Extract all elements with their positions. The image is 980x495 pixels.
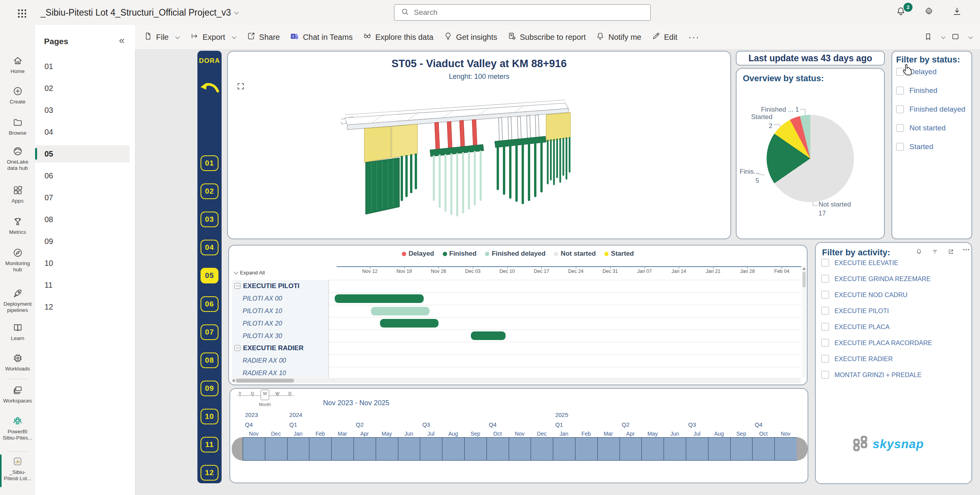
timeline-cell-2[interactable] [265, 437, 288, 461]
timeline-cell-3[interactable] [287, 437, 310, 461]
checkbox[interactable] [896, 124, 904, 132]
checkbox[interactable] [821, 339, 829, 347]
bookmarks-icon[interactable] [924, 32, 932, 43]
strip-page-button-05[interactable]: 05 [201, 268, 218, 283]
bridge-3d-model[interactable] [341, 95, 575, 224]
timeline-cell-14[interactable] [531, 437, 553, 461]
fullscreen-icon[interactable] [236, 82, 245, 92]
focus-mode-icon[interactable] [948, 248, 954, 256]
sidebar-item-apps[interactable]: Apps [0, 185, 35, 204]
gantt-group-executie-piloti[interactable]: EXECUTIE PILOTI [232, 280, 328, 292]
waffle-menu-icon[interactable] [17, 9, 26, 18]
timeline-cell-5[interactable] [331, 437, 354, 461]
search-input[interactable] [413, 8, 633, 17]
page-item-03[interactable]: 03 [35, 101, 130, 119]
timeline-cell-12[interactable] [486, 437, 509, 461]
activity-option-executie-elevatie[interactable]: EXECUTIE ELEVATIE [821, 259, 898, 267]
toolbar-teams-button[interactable]: TChat in Teams [290, 32, 352, 43]
timeline-cell-10[interactable] [442, 437, 465, 461]
checkbox[interactable] [821, 371, 829, 379]
activity-option-executie-placa-racordare[interactable]: EXECUTIE PLACA RACORDARE [821, 339, 932, 347]
granularity-M[interactable]: M [261, 391, 269, 396]
timeline-cell-19[interactable] [641, 437, 664, 461]
timeline-cell-13[interactable] [509, 437, 531, 461]
gantt-bar-piloti-ax-20[interactable] [380, 319, 438, 328]
collapse-pages-icon[interactable]: « [119, 34, 124, 46]
timeline-cell-11[interactable] [464, 437, 487, 461]
page-item-11[interactable]: 11 [35, 276, 130, 294]
strip-page-button-08[interactable]: 08 [201, 353, 218, 368]
page-item-02[interactable]: 02 [35, 80, 130, 97]
toolbar-overflow-button[interactable]: ··· [688, 32, 699, 43]
filter-icon[interactable] [932, 248, 938, 256]
timeline-cell-25[interactable] [774, 437, 797, 461]
strip-page-button-06[interactable]: 06 [201, 296, 218, 312]
timeline-cell-17[interactable] [597, 437, 620, 461]
gantt-horizontal-scrollbar[interactable] [232, 378, 801, 383]
checkbox[interactable] [821, 275, 829, 283]
status-option-finished[interactable]: Finished [896, 86, 937, 95]
gantt-bar-piloti-ax-00[interactable] [335, 294, 424, 303]
gantt-bar-piloti-ax-30[interactable] [471, 331, 506, 340]
gantt-task-radier-ax-10[interactable]: RADIER AX 10 [232, 367, 328, 379]
toolbar-notify-button[interactable]: Notify me [596, 32, 641, 43]
sidebar-item-learn[interactable]: Learn [0, 322, 35, 342]
activity-option-executie-nod-cadru[interactable]: EXECUTIE NOD CADRU [821, 291, 907, 299]
sidebar-item-powerbi-workspace[interactable]: PowerBI Sibiu-Pites... [0, 415, 35, 441]
page-item-06[interactable]: 06 [35, 167, 130, 184]
status-option-started[interactable]: Started [896, 142, 933, 151]
gantt-task-piloti-ax-30[interactable]: PILOTI AX 30 [232, 329, 328, 342]
timeline-left-handle[interactable] [232, 437, 243, 461]
gantt-task-piloti-ax-20[interactable]: PILOTI AX 20 [232, 317, 328, 329]
chevron-down-icon[interactable] [941, 34, 945, 39]
gantt-group-executie-radier[interactable]: EXECUTIE RADIER [232, 342, 328, 354]
page-item-09[interactable]: 09 [35, 233, 130, 250]
gantt-task-piloti-ax-00[interactable]: PILOTI AX 00 [232, 292, 328, 305]
timeline-cell-23[interactable] [730, 437, 753, 461]
timeline-cell-18[interactable] [620, 437, 642, 461]
checkbox[interactable] [896, 87, 904, 94]
collapse-group-icon[interactable] [234, 283, 240, 289]
strip-page-button-07[interactable]: 07 [201, 324, 218, 340]
page-item-05[interactable]: 05 [35, 145, 130, 162]
scrollbar-thumb[interactable] [236, 379, 294, 383]
alerts-bell-icon[interactable] [916, 248, 922, 256]
timeline-cell-8[interactable] [398, 437, 421, 461]
status-option-not-started[interactable]: Not started [896, 124, 946, 132]
checkbox[interactable] [896, 105, 904, 113]
page-item-12[interactable]: 12 [35, 298, 130, 315]
report-title-menu[interactable]: _Sibiu-Pitesti Lot 4_Structuri_Official … [41, 0, 239, 25]
strip-page-button-11[interactable]: 11 [201, 437, 218, 452]
settings-gear-icon[interactable] [924, 6, 934, 18]
activity-option-executie-piloti[interactable]: EXECUTIE PILOTI [821, 307, 889, 315]
activity-option-executie-placa[interactable]: EXECUTIE PLACA [821, 323, 889, 331]
strip-page-button-12[interactable]: 12 [201, 465, 218, 481]
scroll-up-arrow[interactable] [802, 267, 806, 270]
checkbox[interactable] [821, 307, 829, 315]
sidebar-item-create[interactable]: Create [0, 86, 35, 105]
timeline-cell-7[interactable] [376, 437, 398, 461]
timeline-right-handle[interactable] [797, 437, 808, 461]
timeline-cell-9[interactable] [420, 437, 442, 461]
sidebar-item-metrics[interactable]: Metrics [0, 216, 35, 235]
checkbox[interactable] [896, 143, 904, 151]
sidebar-item-workloads[interactable]: Workloads [0, 353, 35, 372]
toolbar-export-button[interactable]: Export [190, 32, 236, 43]
toolbar-explore-button[interactable]: Explore this data [363, 32, 433, 43]
checkbox[interactable] [821, 291, 829, 299]
checkbox[interactable] [821, 259, 829, 267]
toolbar-file-button[interactable]: File [144, 32, 180, 43]
gantt-task-piloti-ax-10[interactable]: PILOTI AX 10 [232, 305, 328, 317]
activity-option-executie-radier[interactable]: EXECUTIE RADIER [821, 355, 893, 363]
page-item-10[interactable]: 10 [35, 255, 130, 272]
activity-option-montat-grinzi-predale[interactable]: MONTAT GRINZI + PREDALE [821, 371, 921, 379]
activity-option-executie-grinda-rezemare[interactable]: EXECUTIE GRINDA REZEMARE [821, 275, 931, 283]
chevron-down-icon[interactable] [968, 34, 973, 39]
gantt-task-radier-ax-00[interactable]: RADIER AX 00 [232, 354, 328, 367]
scrollbar-thumb[interactable] [802, 272, 806, 287]
page-item-04[interactable]: 04 [35, 123, 130, 141]
sidebar-item-report[interactable]: _Sibiu- Pitesti Lot... [0, 456, 35, 482]
toolbar-insights-button[interactable]: Get insights [444, 32, 497, 43]
strip-page-button-01[interactable]: 01 [201, 155, 218, 171]
sidebar-item-onelake[interactable]: OneLake data hub [0, 146, 35, 171]
